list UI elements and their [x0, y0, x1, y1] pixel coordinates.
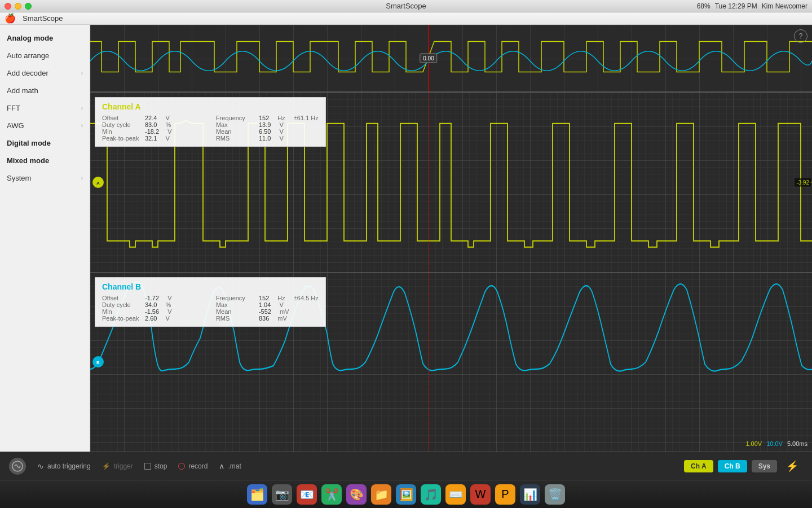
- menu-right: 68% Tue 12:29 PM Kim Newcomer: [697, 2, 807, 10]
- app-menubar: 🍎 SmartScope: [0, 12, 812, 25]
- channel-b-panel: Channel B Offset-1.72 V Duty cycle34.0 %…: [90, 273, 812, 452]
- channel-a-title: Channel A: [102, 102, 319, 111]
- minimize-button[interactable]: [15, 3, 21, 10]
- chevron-icon: ›: [81, 122, 83, 129]
- sidebar-item-add-math[interactable]: Add math: [0, 82, 90, 99]
- record-item[interactable]: record: [178, 462, 208, 470]
- dock-icon-5[interactable]: 🎨: [346, 484, 367, 505]
- dock-icon-6[interactable]: 📁: [371, 484, 391, 505]
- record-button[interactable]: [178, 463, 185, 470]
- chevron-icon: ›: [81, 105, 83, 111]
- apple-menu[interactable]: 🍎: [5, 13, 16, 24]
- window-title: SmartScope: [386, 2, 426, 10]
- sidebar-item-digital-mode[interactable]: Digital mode: [0, 134, 90, 152]
- chevron-icon: ›: [81, 175, 83, 181]
- sidebar-item-awg[interactable]: AWG ›: [0, 117, 90, 134]
- dock-finder[interactable]: 🗂️: [247, 484, 267, 505]
- dock-icon-12[interactable]: 📊: [520, 484, 540, 505]
- channel-a-panel: Channel A Offset22.4 V Duty cycle83.0 % …: [90, 93, 812, 273]
- channel-a-button[interactable]: Ch A: [684, 460, 713, 472]
- dock-icon-7[interactable]: 🖼️: [396, 484, 416, 505]
- scale-chb: 10.0V: [766, 440, 783, 447]
- auto-triggering-label: auto triggering: [47, 462, 91, 470]
- clock: Tue 12:29 PM: [715, 2, 757, 10]
- trigger-icon: ⚡: [102, 462, 111, 470]
- scope-main: ? 0.00: [90, 25, 812, 452]
- mat-label: .mat: [228, 462, 241, 470]
- sidebar-item-mixed-mode[interactable]: Mixed mode: [0, 152, 90, 169]
- help-button[interactable]: ?: [794, 29, 807, 43]
- sidebar-item-system[interactable]: System ›: [0, 169, 90, 187]
- stop-item[interactable]: stop: [144, 462, 167, 470]
- sys-button[interactable]: Sys: [752, 460, 777, 472]
- dock-icon-2[interactable]: 📷: [272, 484, 292, 505]
- dock-icon-8[interactable]: 🎵: [421, 484, 441, 505]
- channel-b-button[interactable]: Ch B: [718, 460, 747, 472]
- app-layout: Analog mode Auto arrange Add decoder › A…: [0, 25, 812, 452]
- dock-icon-11[interactable]: P: [495, 484, 515, 505]
- sidebar-item-add-decoder[interactable]: Add decoder ›: [0, 64, 90, 82]
- channel-b-handle[interactable]: B: [92, 356, 104, 367]
- dock-icon-4[interactable]: ✂️: [321, 484, 342, 505]
- maximize-button[interactable]: [25, 3, 32, 10]
- window-controls[interactable]: [5, 3, 32, 10]
- close-button[interactable]: [5, 3, 11, 10]
- channel-a-info: Channel A Offset22.4 V Duty cycle83.0 % …: [95, 97, 326, 147]
- bottom-toolbar: ∿ auto triggering ⚡ trigger stop record …: [0, 452, 812, 480]
- usb-button[interactable]: ⚡: [782, 460, 803, 472]
- overview-strip: 0.00: [90, 25, 812, 93]
- mat-item[interactable]: ∧ .mat: [219, 462, 241, 471]
- scale-bar: 1.00V 10.0V 5.00ms: [745, 440, 807, 447]
- dock-icon-10[interactable]: W: [470, 484, 491, 505]
- right-level-label: -3.92: [795, 178, 811, 186]
- channel-b-stats: Offset-1.72 V Duty cycle34.0 % Min-1.56 …: [102, 295, 319, 322]
- dock-icon-9[interactable]: ⌨️: [445, 484, 466, 505]
- user-name: Kim Newcomer: [762, 2, 807, 10]
- trigger-label: trigger: [114, 462, 133, 470]
- overview-waveform-svg: [90, 25, 812, 91]
- app-logo: [9, 458, 26, 475]
- channels-area: Channel A Offset22.4 V Duty cycle83.0 % …: [90, 93, 812, 452]
- battery-status: 68%: [697, 2, 710, 10]
- scale-time: 5.00ms: [787, 440, 807, 447]
- sidebar: Analog mode Auto arrange Add decoder › A…: [0, 25, 90, 452]
- channel-b-title: Channel B: [102, 282, 319, 291]
- channel-a-handle[interactable]: A: [92, 177, 104, 188]
- auto-triggering-item[interactable]: ∿ auto triggering: [37, 462, 91, 471]
- mac-titlebar: SmartScope 68% Tue 12:29 PM Kim Newcomer: [0, 0, 812, 12]
- stop-label: stop: [155, 462, 167, 470]
- svg-text:A: A: [96, 181, 100, 186]
- dock-icon-3[interactable]: 📧: [297, 484, 317, 505]
- channel-a-stats: Offset22.4 V Duty cycle83.0 % Min-18.2 V…: [102, 115, 319, 142]
- sidebar-item-analog-mode[interactable]: Analog mode: [0, 29, 90, 47]
- trigger-item: ⚡ trigger: [102, 462, 133, 470]
- chevron-icon: ›: [81, 70, 83, 76]
- svg-text:B: B: [96, 360, 100, 365]
- record-label: record: [188, 462, 208, 470]
- sidebar-item-fft[interactable]: FFT ›: [0, 99, 90, 117]
- mat-icon: ∧: [219, 462, 224, 471]
- scale-cha: 1.00V: [745, 440, 762, 447]
- app-menu-smartscope[interactable]: SmartScope: [23, 14, 63, 23]
- channel-buttons: Ch A Ch B Sys ⚡: [684, 460, 803, 472]
- stop-checkbox[interactable]: [144, 463, 151, 470]
- dock: 🗂️ 📷 📧 ✂️ 🎨 📁 🖼️ 🎵 ⌨️ W P 📊 🗑️: [0, 480, 812, 508]
- sidebar-item-auto-arrange[interactable]: Auto arrange: [0, 47, 90, 64]
- trigger-wave-icon: ∿: [37, 462, 44, 471]
- channel-b-info: Channel B Offset-1.72 V Duty cycle34.0 %…: [95, 277, 326, 327]
- dock-icon-13[interactable]: 🗑️: [545, 484, 565, 505]
- trigger-time: 0.00: [423, 55, 434, 62]
